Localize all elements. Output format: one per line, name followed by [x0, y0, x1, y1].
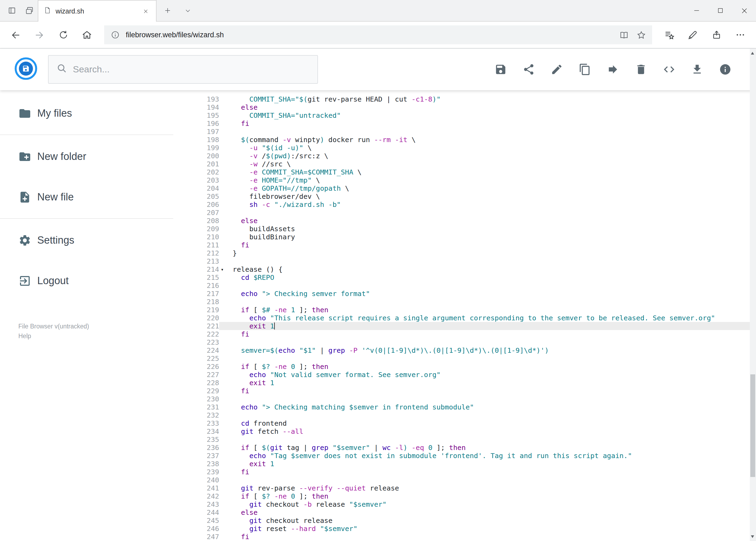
share-page-icon[interactable] [705, 24, 728, 46]
code-line-text[interactable]: git checkout release [219, 516, 756, 525]
code-line-text[interactable]: $(command -v winpty) docker run --rm -it… [219, 136, 756, 144]
code-line-text[interactable]: else [219, 103, 756, 111]
url-text[interactable]: filebrowser.web/files/wizard.sh [126, 31, 615, 39]
code-line-text[interactable] [219, 281, 756, 289]
code-line-text[interactable] [219, 435, 756, 443]
code-line-text[interactable]: cd frontend [219, 419, 756, 427]
site-info-icon[interactable] [106, 26, 124, 44]
code-line-text[interactable]: COMMIT_SHA="untracked" [219, 111, 756, 119]
delete-button[interactable] [634, 63, 647, 76]
code-line-text[interactable] [219, 354, 756, 362]
code-line-text[interactable]: echo "> Checking semver format" [219, 289, 756, 297]
new-tab-button[interactable] [156, 0, 178, 21]
code-line-text[interactable] [219, 209, 756, 217]
set-tabs-aside-icon[interactable] [3, 0, 21, 21]
hub-favorites-icon[interactable] [657, 24, 681, 46]
search-box[interactable] [48, 55, 318, 84]
code-line-text[interactable]: git fetch --all [219, 427, 756, 435]
rename-button[interactable] [550, 63, 563, 76]
code-line-text[interactable] [219, 128, 756, 136]
code-line-text[interactable]: -w //src \ [219, 160, 756, 168]
code-line-text[interactable]: semver=$(echo "$1" | grep -P '^v(0|[1-9]… [219, 346, 756, 354]
more-menu-icon[interactable] [728, 24, 752, 46]
code-line-text[interactable]: git rev-parse --verify --quiet release [219, 484, 756, 492]
code-line-text[interactable] [219, 411, 756, 419]
info-button[interactable] [719, 63, 731, 76]
share-button[interactable] [522, 63, 535, 76]
code-line-text[interactable] [219, 395, 756, 403]
code-line-text[interactable] [219, 297, 756, 306]
copy-button[interactable] [579, 63, 591, 76]
code-line-text[interactable]: -e COMMIT_SHA=$COMMIT_SHA \ [219, 168, 756, 176]
code-line-text[interactable]: exit 1 [219, 460, 756, 468]
code-line-text[interactable]: buildBinary [219, 233, 756, 241]
back-icon[interactable] [4, 24, 28, 46]
code-line-text[interactable]: buildAssets [219, 225, 756, 233]
code-line-text[interactable] [219, 338, 756, 346]
code-line-text[interactable] [219, 476, 756, 484]
code-line-text[interactable]: git checkout -b release "$semver" [219, 500, 756, 508]
code-line-text[interactable]: } [219, 249, 756, 257]
code-line-text[interactable]: echo "> Checking matching $semver in fro… [219, 403, 756, 411]
code-line-text[interactable]: cd $REPO [219, 273, 756, 281]
refresh-icon[interactable] [51, 24, 75, 46]
code-line-text[interactable]: -e GOPATH=//tmp/gopath \ [219, 184, 756, 192]
add-favorite-star-icon[interactable] [632, 26, 650, 44]
help-link[interactable]: Help [18, 331, 173, 341]
move-button[interactable] [607, 63, 619, 76]
save-button[interactable] [494, 63, 507, 76]
maximize-button[interactable] [708, 0, 732, 21]
code-line-text[interactable]: fi [219, 533, 756, 541]
minimize-button[interactable] [685, 0, 708, 21]
code-line-text[interactable]: fi [219, 330, 756, 338]
code-line-text[interactable]: git reset --hard "$semver" [219, 525, 756, 533]
code-line-text[interactable]: exit 1 [219, 322, 756, 330]
code-line-text[interactable]: if [ $? -ne 0 ]; then [219, 492, 756, 500]
code-line-text[interactable]: -e HOME="//tmp" \ [219, 176, 756, 184]
scrollbar-thumb[interactable] [750, 374, 755, 477]
code-line-text[interactable]: sh -c "./wizard.sh -b" [219, 201, 756, 209]
ink-pen-icon[interactable] [681, 24, 705, 46]
vertical-scrollbar[interactable] [750, 49, 756, 541]
code-line-text[interactable] [219, 257, 756, 265]
browser-tab[interactable]: wizard.sh [38, 0, 156, 22]
code-line-text[interactable]: else [219, 508, 756, 516]
address-bar[interactable]: filebrowser.web/files/wizard.sh [104, 25, 652, 44]
code-line-text[interactable]: fi [219, 387, 756, 395]
tab-close-icon[interactable] [141, 6, 150, 16]
sidebar-item-new-file[interactable]: New file [0, 177, 173, 217]
code-line-text[interactable]: if [ $(git tag | grep "$semver" | wc -l)… [219, 443, 756, 452]
code-line-text[interactable]: fi [219, 468, 756, 476]
scroll-up-icon[interactable] [751, 52, 754, 55]
code-line-text[interactable]: if [ $? -ne 0 ]; then [219, 362, 756, 370]
tab-preview-icon[interactable] [21, 0, 38, 21]
code-line-text[interactable]: filebrowser/dev \ [219, 192, 756, 201]
search-input[interactable] [73, 64, 310, 75]
code-line-text[interactable]: -u "$(id -u)" \ [219, 144, 756, 152]
code-editor[interactable]: 193 COMMIT_SHA="$(git rev-parse HEAD | c… [173, 90, 756, 541]
sidebar-item-my-files[interactable]: My files [0, 93, 173, 134]
raw-code-button[interactable] [662, 63, 675, 76]
reading-view-icon[interactable] [615, 26, 632, 44]
code-line-text[interactable]: echo "This release script requires a sin… [219, 314, 756, 322]
fold-marker-icon[interactable]: ▾ [221, 266, 224, 274]
code-line-text[interactable]: if [ $# -ne 1 ]; then [219, 306, 756, 314]
code-line-text[interactable]: echo "Tag $semver does not exist in subm… [219, 452, 756, 460]
code-line-text[interactable]: exit 1 [219, 379, 756, 387]
close-window-button[interactable] [732, 0, 756, 21]
code-line-text[interactable]: -v /$(pwd):/src:z \ [219, 152, 756, 160]
download-button[interactable] [691, 63, 703, 76]
code-line-text[interactable]: ▾release () { [219, 265, 756, 273]
home-icon[interactable] [75, 24, 99, 46]
filebrowser-logo-icon[interactable] [14, 56, 38, 82]
tab-previews-chevron-icon[interactable] [178, 0, 197, 21]
code-line-text[interactable]: echo "Not valid semver format. See semve… [219, 370, 756, 379]
code-line-text[interactable]: COMMIT_SHA="$(git rev-parse HEAD | cut -… [219, 95, 756, 103]
sidebar-item-logout[interactable]: Logout [0, 261, 173, 301]
scroll-down-icon[interactable] [751, 535, 754, 538]
sidebar-item-new-folder[interactable]: New folder [0, 136, 173, 177]
forward-icon[interactable] [28, 24, 51, 46]
code-line-text[interactable]: fi [219, 119, 756, 128]
sidebar-item-settings[interactable]: Settings [0, 220, 173, 261]
code-line-text[interactable]: else [219, 217, 756, 225]
